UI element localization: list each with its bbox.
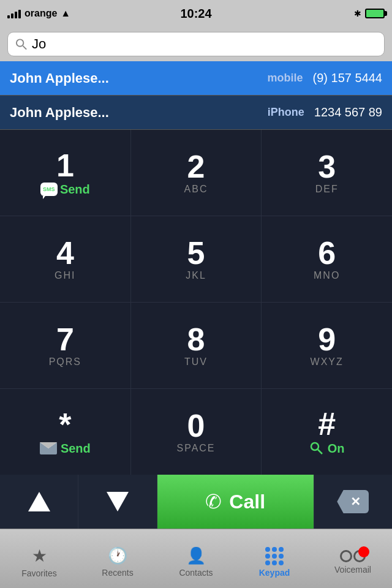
scroll-up-button[interactable] [0, 475, 78, 529]
person-icon: 👤 [186, 546, 206, 565]
tab-contacts[interactable]: 👤 Contacts [157, 541, 235, 578]
svg-point-2 [311, 443, 318, 450]
tab-keypad-label: Keypad [259, 568, 290, 578]
suggestions-list: John Applese... mobile (9) 157 5444 John… [0, 61, 392, 130]
up-arrow-icon [28, 492, 50, 511]
down-arrow-icon [107, 492, 129, 511]
tab-voicemail-label: Voicemail [334, 565, 371, 575]
tab-keypad[interactable]: Keypad [235, 542, 314, 578]
suggestion-number-1: (9) 157 5444 [313, 71, 382, 85]
phone-icon: ✆ [205, 490, 222, 513]
key-star[interactable]: * Send [0, 389, 131, 475]
scroll-down-button[interactable] [78, 475, 157, 529]
voicemail-badge [358, 546, 369, 557]
signal-bars [7, 9, 21, 18]
keypad-icon [265, 547, 284, 565]
key-2[interactable]: 2 ABC [131, 130, 262, 216]
svg-point-0 [17, 39, 23, 46]
clock-icon: 🕐 [108, 546, 127, 565]
dialpad-row-2: 4 GHI 5 JKL 6 MNO [0, 216, 392, 303]
key-9[interactable]: 9 WXYZ [262, 303, 392, 388]
search-bar [0, 27, 392, 61]
suggestion-name-2: John Applese... [10, 105, 268, 121]
time-display: 10:24 [180, 7, 211, 21]
search-input[interactable] [32, 36, 377, 52]
svg-line-3 [318, 450, 322, 454]
suggestion-type-1: mobile [268, 72, 303, 85]
tab-voicemail[interactable]: Voicemail [314, 545, 392, 575]
backspace-icon: ✕ [337, 490, 369, 513]
key-hash[interactable]: # On [262, 389, 392, 475]
wifi-icon: ▲ [61, 8, 70, 19]
key-7[interactable]: 7 PQRS [0, 303, 131, 388]
carrier-label: orange [24, 8, 57, 19]
dialpad-row-4: * Send 0 Space # On [0, 389, 392, 475]
suggestion-row-1[interactable]: John Applese... mobile (9) 157 5444 [0, 61, 392, 96]
suggestion-type-2: iPhone [268, 106, 304, 119]
sms-icon: SMS [40, 183, 58, 196]
svg-line-1 [23, 46, 26, 50]
suggestion-row-2[interactable]: John Applese... iPhone 1234 567 89 [0, 96, 392, 130]
suggestion-number-2: 1234 567 89 [314, 105, 382, 119]
suggestion-name-1: John Applese... [10, 70, 268, 86]
tab-recents-label: Recents [102, 568, 133, 578]
tab-favorites-label: Favorites [21, 568, 57, 578]
key-6[interactable]: 6 MNO [262, 216, 392, 302]
status-bar: orange ▲ 10:24 ✱ [0, 0, 392, 27]
call-button[interactable]: ✆ Call [157, 475, 314, 529]
key-1[interactable]: 1 SMS Send [0, 130, 131, 216]
dialpad: 1 SMS Send 2 ABC 3 DEF 4 GHI 5 JKL 6 [0, 130, 392, 475]
dialpad-row-3: 7 PQRS 8 TUV 9 WXYZ [0, 303, 392, 389]
key-8[interactable]: 8 TUV [131, 303, 262, 388]
dialpad-row-1: 1 SMS Send 2 ABC 3 DEF [0, 130, 392, 216]
battery-indicator [365, 9, 385, 18]
tab-bar: ★ Favorites 🕐 Recents 👤 Contacts Keypad … [0, 529, 392, 588]
backspace-button[interactable]: ✕ [314, 475, 392, 529]
tab-contacts-label: Contacts [179, 568, 213, 578]
search-on-icon [309, 441, 324, 456]
star-icon: ★ [32, 546, 47, 566]
search-icon [15, 38, 27, 50]
call-label: Call [229, 491, 265, 513]
tab-recents[interactable]: 🕐 Recents [78, 541, 157, 578]
key-0[interactable]: 0 Space [131, 389, 262, 475]
voicemail-icon [340, 550, 366, 562]
action-bar: ✆ Call ✕ [0, 475, 392, 529]
key-3[interactable]: 3 DEF [262, 130, 392, 216]
mail-icon [40, 442, 57, 454]
key-5[interactable]: 5 JKL [131, 216, 262, 302]
bluetooth-icon: ✱ [354, 9, 361, 18]
key-4[interactable]: 4 GHI [0, 216, 131, 302]
tab-favorites[interactable]: ★ Favorites [0, 541, 78, 578]
search-field-container[interactable] [7, 32, 385, 56]
